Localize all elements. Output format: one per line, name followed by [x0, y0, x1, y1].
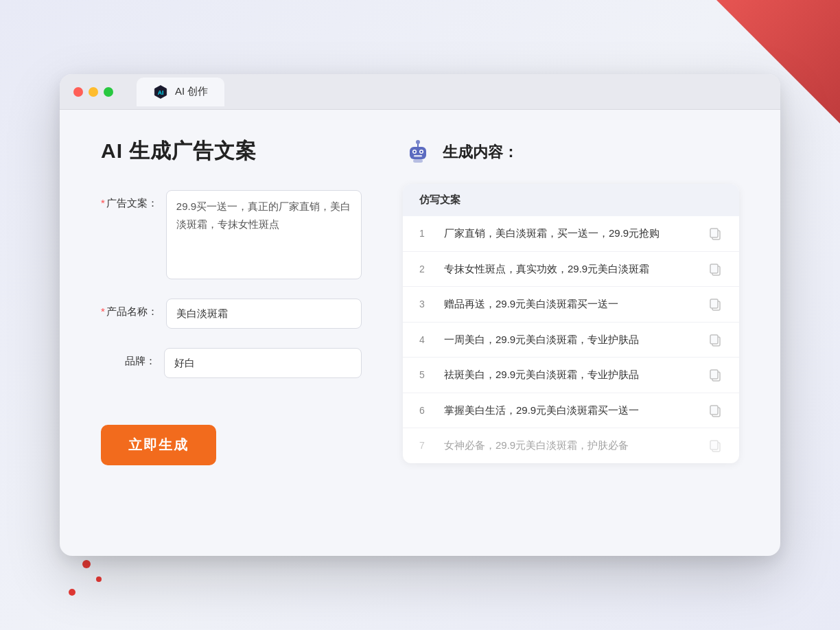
row-text: 专抹女性斑点，真实功效，29.9元美白淡斑霜: [444, 261, 697, 277]
row-text: 厂家直销，美白淡斑霜，买一送一，29.9元抢购: [444, 226, 697, 242]
svg-rect-22: [710, 406, 718, 415]
svg-point-6: [421, 151, 423, 153]
row-text: 女神必备，29.9元美白淡斑霜，护肤必备: [444, 438, 697, 454]
svg-rect-24: [710, 441, 718, 450]
row-number: 2: [419, 264, 433, 275]
result-row: 7 女神必备，29.9元美白淡斑霜，护肤必备: [403, 428, 739, 463]
result-row: 6 掌握美白生活，29.9元美白淡斑霜买一送一: [403, 393, 739, 429]
row-text: 掌握美白生活，29.9元美白淡斑霜买一送一: [444, 403, 697, 419]
svg-rect-14: [710, 264, 718, 273]
svg-rect-2: [410, 147, 426, 159]
traffic-light-close[interactable]: [73, 87, 83, 97]
result-row: 1 厂家直销，美白淡斑霜，买一送一，29.9元抢购: [403, 216, 739, 252]
row-number: 7: [419, 440, 433, 451]
dot-decoration-3: [69, 589, 75, 596]
copy-icon[interactable]: [708, 403, 723, 418]
result-table: 仿写文案 1 厂家直销，美白淡斑霜，买一送一，29.9元抢购 2 专抹女性斑点，…: [403, 184, 739, 463]
row-number: 4: [419, 334, 433, 345]
tab-label: AI 创作: [175, 85, 208, 98]
row-number: 1: [419, 228, 433, 239]
svg-rect-7: [414, 155, 422, 157]
svg-text:AI: AI: [158, 89, 164, 95]
traffic-light-maximize[interactable]: [104, 87, 113, 97]
svg-rect-10: [413, 159, 423, 163]
required-star-product: *: [101, 305, 105, 317]
product-name-label: *产品名称：: [101, 299, 158, 318]
svg-rect-20: [710, 370, 718, 379]
result-row: 5 祛斑美白，29.9元美白淡斑霜，专业护肤品: [403, 358, 739, 393]
dot-decoration-2: [96, 576, 102, 582]
results-container: 1 厂家直销，美白淡斑霜，买一送一，29.9元抢购 2 专抹女性斑点，真实功效，…: [403, 216, 739, 463]
page-title: AI 生成广告文案: [101, 137, 362, 165]
ad-copy-group: *广告文案： 29.9买一送一，真正的厂家直销，美白淡斑霜，专抹女性斑点: [101, 190, 362, 279]
traffic-lights: [73, 87, 113, 97]
ad-copy-input[interactable]: 29.9买一送一，真正的厂家直销，美白淡斑霜，专抹女性斑点: [166, 190, 362, 279]
tab-ai-creation[interactable]: AI AI 创作: [137, 78, 224, 106]
copy-icon[interactable]: [708, 438, 723, 453]
brand-label: 品牌：: [101, 348, 156, 368]
browser-toolbar: AI AI 创作: [60, 74, 780, 110]
left-panel: AI 生成广告文案 *广告文案： 29.9买一送一，真正的厂家直销，美白淡斑霜，…: [101, 137, 362, 528]
ad-copy-label: *广告文案：: [101, 190, 158, 210]
result-header: 生成内容：: [403, 137, 739, 167]
svg-rect-16: [710, 299, 718, 308]
row-text: 赠品再送，29.9元美白淡斑霜买一送一: [444, 296, 697, 312]
product-name-input[interactable]: [166, 299, 362, 329]
brand-input[interactable]: [164, 348, 362, 378]
copy-icon[interactable]: [708, 226, 723, 241]
svg-point-9: [416, 140, 420, 144]
product-name-group: *产品名称：: [101, 299, 362, 329]
ai-tab-icon: AI: [153, 84, 168, 100]
row-number: 5: [419, 369, 433, 380]
main-content: AI 生成广告文案 *广告文案： 29.9买一送一，真正的厂家直销，美白淡斑霜，…: [60, 110, 780, 556]
result-row: 3 赠品再送，29.9元美白淡斑霜买一送一: [403, 287, 739, 323]
robot-icon: [403, 137, 433, 167]
result-row: 2 专抹女性斑点，真实功效，29.9元美白淡斑霜: [403, 252, 739, 288]
row-text: 一周美白，29.9元美白淡斑霜，专业护肤品: [444, 332, 697, 348]
result-row: 4 一周美白，29.9元美白淡斑霜，专业护肤品: [403, 323, 739, 358]
tab-area: AI AI 创作: [137, 78, 224, 106]
required-star-ad: *: [101, 197, 105, 209]
table-header: 仿写文案: [403, 184, 739, 216]
svg-point-5: [414, 151, 416, 153]
svg-rect-12: [710, 229, 718, 237]
copy-icon[interactable]: [708, 332, 723, 347]
svg-rect-18: [710, 335, 718, 344]
browser-window: AI AI 创作 AI 生成广告文案 *广告文案： 29.9买一送一，真正的厂家…: [60, 74, 780, 556]
brand-group: 品牌：: [101, 348, 362, 378]
copy-icon[interactable]: [708, 261, 723, 277]
row-text: 祛斑美白，29.9元美白淡斑霜，专业护肤品: [444, 367, 697, 383]
copy-icon[interactable]: [708, 296, 723, 312]
result-title: 生成内容：: [443, 142, 518, 163]
traffic-light-minimize[interactable]: [89, 87, 98, 97]
dot-decoration-1: [82, 560, 91, 568]
row-number: 3: [419, 299, 433, 310]
copy-icon[interactable]: [708, 367, 723, 382]
right-panel: 生成内容： 仿写文案 1 厂家直销，美白淡斑霜，买一送一，29.9元抢购 2 专…: [403, 137, 739, 528]
generate-button[interactable]: 立即生成: [101, 425, 216, 465]
row-number: 6: [419, 405, 433, 416]
